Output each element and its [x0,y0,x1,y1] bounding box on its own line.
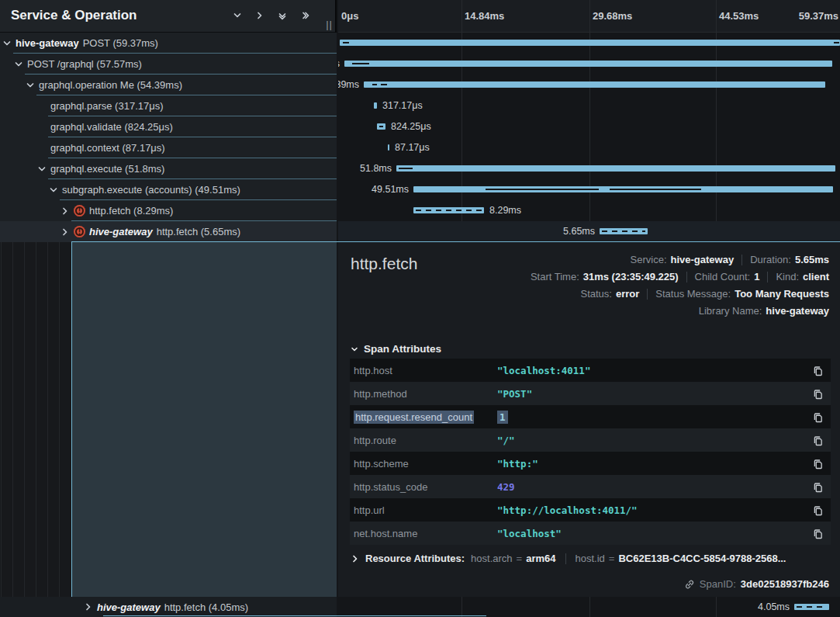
span-tree-row[interactable]: POST /graphql (57.57ms) [0,54,337,75]
timeline-row[interactable]: 4.05ms [338,597,840,617]
timeline-row[interactable]: 49.51ms [338,179,840,200]
copy-value-button[interactable] [804,411,831,423]
span-row-content: graphql.validate (824.25μs) [0,116,337,137]
span-duration-label: 8.29ms [489,205,521,216]
span-tree-row[interactable]: graphql.execute (51.8ms) [0,158,337,179]
meta-divider [686,272,687,283]
selected-text: 1 [497,411,508,424]
span-duration-label: 54.39ms [338,79,359,90]
child-span-mark [381,84,387,85]
span-duration-bar[interactable] [374,102,377,109]
chevron-down-icon [26,81,35,90]
copy-value-button[interactable] [804,388,831,400]
span-duration-bar[interactable] [794,604,829,610]
span-duration-bar[interactable] [340,40,840,46]
chevron-down-icon [233,11,242,20]
span-duration-bar[interactable] [600,228,648,234]
child-span-marks [416,210,482,211]
timeline-gridline [461,0,462,32]
timeline-row[interactable]: 5.65ms [338,221,840,242]
resource-value: arm64 [526,553,555,564]
row-expander[interactable] [49,185,58,195]
attribute-key: net.host.name [350,528,497,539]
meta-label: Kind: [776,271,799,283]
attribute-value: 1 [497,411,804,423]
chevron-down-icon [2,39,12,48]
span-operation-label: http.fetch (5.65ms) [157,226,240,237]
span-duration-label: 4.05ms [758,601,790,612]
bottom-row-underline [103,615,486,616]
panel-resize-handle[interactable]: || [326,19,333,30]
row-expander[interactable] [2,39,12,48]
span-duration-bar[interactable] [344,61,832,67]
span-duration-bar[interactable] [396,165,835,172]
span-row-content: !hive-gatewayhttp.fetch (5.65ms) [0,221,337,242]
attribute-value: "http:" [497,458,804,470]
child-span-mark [343,42,349,43]
span-operation-label: subgraph.execute (accounts) (49.51ms) [62,184,240,196]
row-expander[interactable] [60,227,70,237]
child-span-mark [372,84,377,85]
copy-value-button[interactable] [804,528,831,539]
timeline-row[interactable]: 51.8ms [338,158,840,179]
span-tree-row[interactable]: graphql.operation Me (54.39ms) [0,75,337,95]
meta-label: Service: [631,254,667,265]
span-row-content: graphql.context (87.17μs) [0,137,337,158]
span-attributes-header[interactable]: Span Attributes [351,343,441,355]
timeline-row[interactable] [338,33,840,54]
row-expander[interactable] [14,60,23,69]
child-span-mark [486,189,599,190]
double-chevron-right-button[interactable] [298,9,312,23]
timeline-row[interactable]: 8.29ms [338,200,840,221]
row-expander[interactable] [37,165,47,174]
span-row-content: !http.fetch (8.29ms) [0,200,337,221]
span-tree-row[interactable]: hive-gatewayPOST (59.37ms) [0,33,337,54]
copy-value-button[interactable] [804,458,831,470]
span-row-content: hive-gatewayPOST (59.37ms) [0,33,337,54]
double-chevron-down-icon [278,11,287,20]
resource-value: BC62E13B-C4CC-5854-9788-2568... [618,553,786,564]
timeline-row[interactable]: 824.25μs [338,116,840,137]
span-tree-row[interactable]: !http.fetch (8.29ms) [0,200,337,221]
copy-value-button[interactable] [804,435,831,446]
attribute-value: 429 [497,481,804,493]
copy-value-button[interactable] [804,365,831,376]
span-duration-bar[interactable] [364,81,825,88]
span-tree-row[interactable]: graphql.parse (317.17μs) [0,95,337,116]
span-tree-row[interactable]: !hive-gatewayhttp.fetch (5.65ms) [0,221,337,242]
timeline-row[interactable]: 87.17μs [338,137,840,158]
chevron-right-icon [351,554,360,563]
child-span-marks [797,606,827,608]
span-tree-row[interactable]: graphql.context (87.17μs) [0,137,337,158]
span-duration-bar[interactable] [413,207,484,213]
meta-label: Status Message: [655,288,731,300]
timeline-row[interactable]: 54.39ms [338,75,840,95]
attribute-key: http.scheme [350,458,497,470]
span-duration-bar[interactable] [413,186,833,192]
attribute-key: http.host [350,365,497,376]
span-meta-line: Status:errorStatus Message:Too Many Requ… [581,288,830,300]
span-duration-bar[interactable] [377,123,385,130]
timeline-tick-label: 59.37ms [799,10,838,22]
double-chevron-down-button[interactable] [275,9,289,23]
chevron-right-button[interactable] [253,9,267,23]
row-expander[interactable] [26,81,35,90]
copy-icon [812,504,824,516]
span-tree-row[interactable]: subgraph.execute (accounts) (49.51ms) [0,179,337,200]
child-span-mark [399,168,413,169]
span-tree-row[interactable]: graphql.validate (824.25μs) [0,116,337,137]
timeline-row[interactable]: 317.17μs [338,95,840,116]
row-expander[interactable] [84,602,93,612]
span-detail-meta: Service:hive-gatewayDuration:5.65msStart… [531,254,829,317]
resource-attributes-row[interactable]: Resource Attributes:host.arch=arm64host.… [351,553,829,564]
meta-value: client [803,271,829,283]
chevron-down-button[interactable] [230,9,244,23]
span-tree-row[interactable]: hive-gatewayhttp.fetch (4.05ms) [0,597,337,617]
copy-value-button[interactable] [804,481,831,493]
span-duration-bar[interactable] [388,144,389,151]
row-expander[interactable] [60,206,70,216]
copy-value-button[interactable] [804,504,831,516]
timeline-row[interactable]: 57.57ms [338,54,840,75]
span-attributes-table: http.host"localhost:4011"http.method"POS… [350,359,831,545]
meta-value: 1 [754,271,759,283]
